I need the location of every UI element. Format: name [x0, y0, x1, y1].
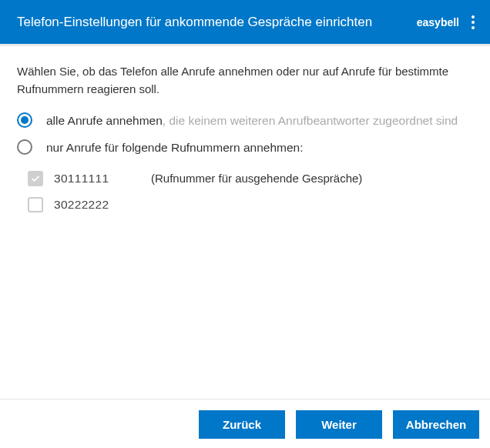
number-row: 30222222: [28, 197, 473, 212]
brand-label: easybell: [417, 16, 459, 28]
next-button[interactable]: Weiter: [296, 410, 382, 439]
option-all-label-hint: , die keinem weiteren Anrufbeantworter z…: [163, 114, 458, 127]
radio-all-calls[interactable]: [17, 112, 32, 128]
cancel-button[interactable]: Abbrechen: [393, 410, 479, 439]
footer-bar: Zurück Weiter Abbrechen: [0, 399, 490, 448]
option-specific-numbers[interactable]: nur Anrufe für folgende Rufnummern anneh…: [17, 139, 473, 156]
back-button[interactable]: Zurück: [199, 410, 285, 439]
option-all-label-primary: alle Anrufe annehmen: [46, 114, 163, 127]
number-note: (Rufnummer für ausgehende Gespräche): [151, 172, 362, 185]
number-value: 30111111: [54, 172, 140, 186]
header-bar: Telefon-Einstellungen für ankommende Ges…: [0, 0, 490, 46]
option-all-label: alle Anrufe annehmen, die keinem weitere…: [46, 112, 473, 129]
radio-specific-numbers[interactable]: [17, 139, 32, 155]
option-specific-label: nur Anrufe für folgende Rufnummern anneh…: [46, 139, 473, 156]
number-row: 30111111 (Rufnummer für ausgehende Gespr…: [28, 171, 473, 186]
page-title: Telefon-Einstellungen für ankommende Ges…: [17, 15, 372, 30]
intro-text: Wählen Sie, ob das Telefon alle Anrufe a…: [17, 63, 473, 98]
number-checkbox: [28, 171, 43, 186]
header-right: easybell: [417, 12, 478, 32]
numbers-list: 30111111 (Rufnummer für ausgehende Gespr…: [17, 171, 473, 212]
more-vertical-icon[interactable]: [468, 12, 478, 32]
main-content: Wählen Sie, ob das Telefon alle Anrufe a…: [0, 46, 490, 399]
number-checkbox[interactable]: [28, 197, 43, 212]
option-all-calls[interactable]: alle Anrufe annehmen, die keinem weitere…: [17, 112, 473, 129]
number-value: 30222222: [54, 198, 140, 212]
